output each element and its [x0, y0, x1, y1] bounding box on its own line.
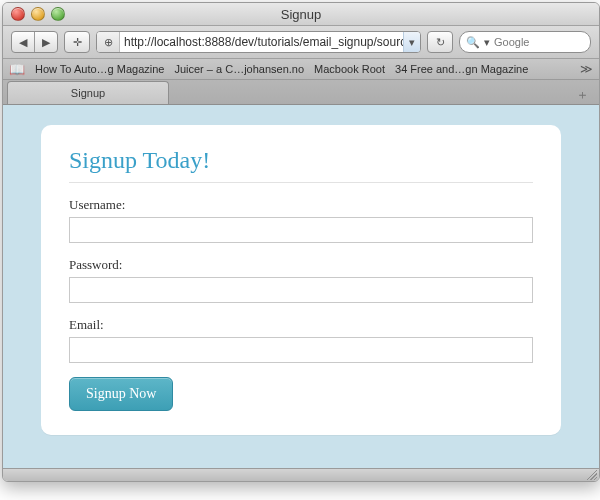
search-field[interactable]: 🔍 ▾ Google [459, 31, 591, 53]
bookmark-item[interactable]: Juicer – a C…johansen.no [174, 63, 304, 75]
divider [69, 182, 533, 183]
search-icon: 🔍 [466, 36, 480, 49]
bookmark-item[interactable]: 34 Free and…gn Magazine [395, 63, 528, 75]
chevron-down-icon: ▾ [409, 36, 415, 49]
username-label: Username: [69, 197, 533, 213]
titlebar: Signup [3, 3, 599, 26]
back-icon: ◀ [19, 36, 27, 49]
tab-active[interactable]: Signup [7, 81, 169, 104]
signup-submit-button[interactable]: Signup Now [69, 377, 173, 411]
new-tab-button[interactable]: ＋ [570, 86, 595, 104]
search-dropdown-icon: ▾ [484, 36, 490, 49]
plus-icon: ✛ [73, 36, 82, 49]
signup-submit-label: Signup Now [86, 386, 156, 402]
tab-strip: Signup ＋ [3, 80, 599, 105]
email-input[interactable] [69, 337, 533, 363]
username-input[interactable] [69, 217, 533, 243]
bookmarks-bar: 📖 How To Auto…g Magazine Juicer – a C…jo… [3, 59, 599, 80]
globe-icon: ⊕ [104, 36, 113, 49]
page-heading: Signup Today! [69, 147, 533, 174]
signup-card: Signup Today! Username: Password: Email:… [41, 125, 561, 435]
bookmarks-overflow-button[interactable]: ≫ [580, 62, 593, 76]
forward-icon: ▶ [42, 36, 50, 49]
browser-window: Signup ◀ ▶ ✛ ⊕ http://localhost:8888/dev… [2, 2, 600, 482]
add-bookmark-button[interactable]: ✛ [64, 31, 90, 53]
nav-back-forward: ◀ ▶ [11, 31, 58, 53]
zoom-window-button[interactable] [51, 7, 65, 21]
password-input[interactable] [69, 277, 533, 303]
address-bar[interactable]: ⊕ http://localhost:8888/dev/tutorials/em… [96, 31, 421, 53]
resize-grip[interactable] [585, 468, 597, 480]
site-info-button[interactable]: ⊕ [97, 32, 120, 52]
toolbar: ◀ ▶ ✛ ⊕ http://localhost:8888/dev/tutori… [3, 26, 599, 59]
bookmark-item[interactable]: How To Auto…g Magazine [35, 63, 164, 75]
minimize-window-button[interactable] [31, 7, 45, 21]
close-window-button[interactable] [11, 7, 25, 21]
reload-button[interactable]: ↻ [427, 31, 453, 53]
window-title: Signup [3, 7, 599, 22]
reload-icon: ↻ [436, 36, 445, 49]
page-viewport: Signup Today! Username: Password: Email:… [3, 105, 599, 468]
bookmark-item[interactable]: Macbook Root [314, 63, 385, 75]
forward-button[interactable]: ▶ [34, 32, 57, 52]
search-placeholder: Google [494, 36, 529, 48]
password-label: Password: [69, 257, 533, 273]
address-bar-text: http://localhost:8888/dev/tutorials/emai… [120, 35, 403, 49]
address-history-dropdown[interactable]: ▾ [403, 32, 420, 52]
status-bar [3, 468, 599, 481]
back-button[interactable]: ◀ [12, 32, 34, 52]
email-label: Email: [69, 317, 533, 333]
bookmarks-menu-icon[interactable]: 📖 [9, 63, 25, 76]
window-controls [11, 7, 65, 21]
tab-label: Signup [71, 87, 105, 99]
